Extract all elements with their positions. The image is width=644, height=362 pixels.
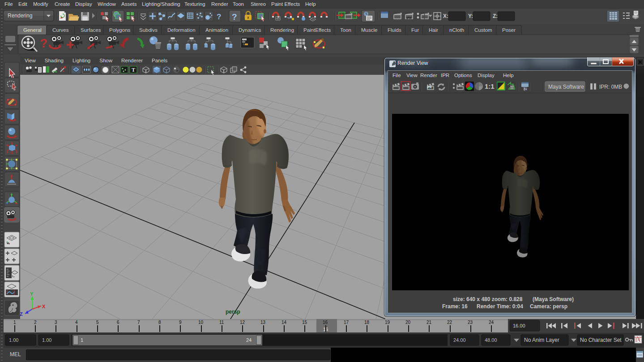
svg-text:persp: persp: [226, 309, 240, 315]
svg-text:18: 18: [364, 320, 370, 325]
svg-text:No Character Set: No Character Set: [580, 337, 622, 343]
svg-text:24: 24: [489, 320, 494, 325]
svg-text:3: 3: [55, 320, 57, 325]
svg-text:IPR: IPR: [427, 86, 432, 89]
svg-text:48.00: 48.00: [485, 337, 497, 343]
svg-text:12: 12: [240, 320, 245, 325]
svg-text:5: 5: [96, 320, 99, 325]
svg-text:1.00: 1.00: [42, 337, 51, 343]
svg-text:9: 9: [179, 320, 182, 325]
svg-text:23: 23: [468, 320, 473, 325]
svg-text:IPR: 0MB: IPR: 0MB: [599, 84, 622, 90]
svg-text:Z:: Z:: [493, 13, 498, 19]
svg-text:24.00: 24.00: [453, 337, 466, 343]
svg-text:Rendering: Rendering: [8, 13, 32, 19]
svg-text:1:1: 1:1: [485, 82, 495, 90]
svg-text:No Anim Layer: No Anim Layer: [524, 337, 559, 343]
svg-text:15: 15: [302, 320, 307, 325]
svg-text:6: 6: [117, 320, 119, 325]
svg-text:1: 1: [13, 320, 16, 325]
svg-text:1: 1: [81, 337, 83, 343]
svg-text:?: ?: [40, 36, 47, 50]
svg-text:11: 11: [219, 320, 224, 325]
svg-text:8: 8: [158, 320, 161, 325]
svg-text:IPR: IPR: [406, 17, 412, 20]
svg-text:T: T: [132, 67, 135, 73]
svg-text:14: 14: [281, 320, 287, 325]
svg-text:16: 16: [323, 320, 328, 325]
svg-text:20: 20: [405, 320, 411, 325]
svg-text:21: 21: [426, 320, 432, 325]
svg-text:?: ?: [217, 13, 221, 21]
svg-text:22: 22: [447, 320, 452, 325]
svg-text:Z: Z: [20, 311, 23, 317]
svg-text:X: X: [42, 304, 46, 309]
svg-text:17: 17: [344, 320, 349, 325]
svg-text:X:: X:: [443, 13, 448, 19]
svg-text:19: 19: [385, 320, 390, 325]
svg-text:7: 7: [137, 320, 140, 325]
svg-text:Y: Y: [30, 291, 34, 297]
svg-text:4: 4: [75, 320, 78, 325]
svg-text:16.00: 16.00: [513, 323, 525, 328]
svg-text:10: 10: [198, 320, 204, 325]
svg-text:?: ?: [232, 12, 237, 22]
svg-text:Y:: Y:: [468, 13, 473, 19]
svg-text:Maya Software: Maya Software: [548, 84, 584, 90]
svg-text:13: 13: [260, 320, 266, 325]
svg-text:1.00: 1.00: [9, 337, 18, 343]
svg-text:2: 2: [34, 320, 37, 325]
svg-text:24: 24: [246, 337, 252, 343]
